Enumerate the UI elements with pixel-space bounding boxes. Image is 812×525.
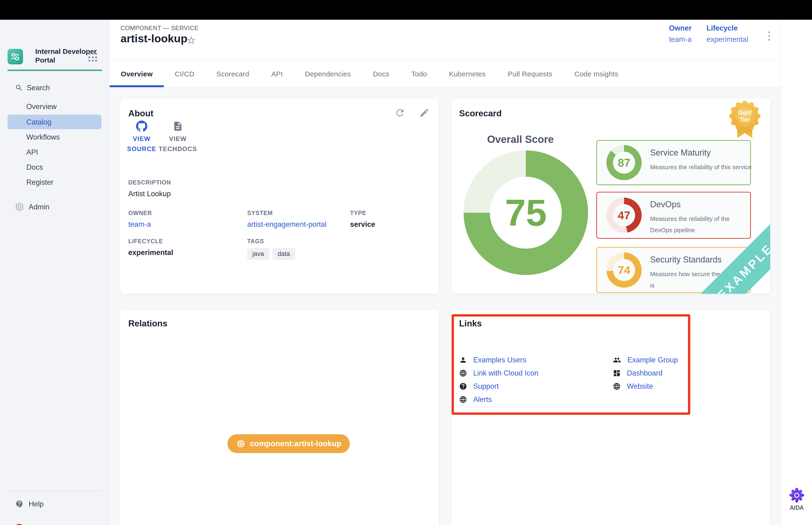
- search-icon: [15, 84, 23, 92]
- about-title: About: [128, 108, 153, 118]
- brand-title: Internal Developer Portal: [35, 47, 97, 64]
- overall-score-gauge: 75: [463, 150, 588, 275]
- sidebar-search[interactable]: Search: [15, 84, 50, 92]
- badge-line2: Tier: [739, 116, 750, 123]
- gear-icon: [15, 202, 24, 211]
- entity-kind: COMPONENT — SERVICE: [121, 25, 199, 32]
- link-dashboard[interactable]: Dashboard: [613, 369, 662, 377]
- person-icon: [459, 356, 467, 364]
- internal-developer-portal: Internal Developer Portal Search Overvie…: [0, 0, 812, 525]
- favorite-star-icon[interactable]: [186, 35, 196, 45]
- service-maturity-score: 87: [613, 152, 635, 174]
- tag-chip[interactable]: java: [247, 248, 269, 260]
- sidebar-item-workflows[interactable]: Workflows: [26, 133, 60, 141]
- view-techdocs-label: VIEW TECHDOCS: [155, 134, 200, 154]
- type-field-value: service: [350, 220, 375, 229]
- sidebar-item-admin[interactable]: Admin: [15, 202, 49, 211]
- tab-todo[interactable]: Todo: [400, 61, 438, 87]
- metric-title: Service Maturity: [650, 148, 711, 158]
- tab-dependencies[interactable]: Dependencies: [294, 61, 362, 87]
- portal-logo-icon: [10, 51, 20, 62]
- relations-card: Relations component:artist-lookup: [120, 310, 439, 525]
- avatar: DP: [14, 523, 25, 525]
- sidebar-item-overview[interactable]: Overview: [26, 103, 57, 111]
- apps-grid-icon[interactable]: [88, 53, 98, 62]
- tag-chip[interactable]: data: [273, 248, 295, 260]
- metric-service-maturity[interactable]: 87 Service Maturity Measures the reliabi…: [596, 140, 751, 185]
- security-standards-score: 74: [613, 259, 635, 281]
- scorecard-title: Scorecard: [459, 108, 502, 118]
- sidebar-item-catalog[interactable]: Catalog: [26, 118, 51, 126]
- metric-devops[interactable]: 47 DevOps Measures the reliability of th…: [596, 192, 751, 239]
- globe-icon: [459, 369, 467, 377]
- refresh-icon[interactable]: [394, 107, 405, 118]
- sidebar-item-register[interactable]: Register: [26, 178, 53, 186]
- lifecycle-field-value: experimental: [128, 249, 173, 257]
- devops-gauge: 47: [607, 198, 642, 233]
- link-with-cloud-icon[interactable]: Link with Cloud Icon: [459, 369, 538, 377]
- tab-docs[interactable]: Docs: [362, 61, 400, 87]
- lifecycle-field-label: LIFECYCLE: [128, 238, 173, 245]
- sidebar-user[interactable]: DP Debabrata Panigrahi: [14, 523, 95, 525]
- link-example-group[interactable]: Example Group: [613, 356, 678, 364]
- help-circle-icon: [459, 382, 467, 390]
- sidebar-help-label: Help: [29, 500, 44, 508]
- brand-accent-rule: [7, 70, 102, 71]
- description-value: Artist Lookup: [128, 190, 171, 198]
- assistant-label: AIDA: [784, 504, 809, 511]
- type-field-label: TYPE: [350, 210, 375, 216]
- metric-description: Measures the reliability of this service: [650, 162, 752, 173]
- overall-score-label: Overall Score: [465, 134, 576, 145]
- header-owner[interactable]: Owner team-a: [669, 24, 691, 44]
- owner-value[interactable]: team-a: [669, 35, 691, 44]
- github-icon: [136, 120, 148, 132]
- relations-node-component[interactable]: component:artist-lookup: [227, 434, 350, 453]
- devops-score: 47: [613, 204, 635, 226]
- tab-kubernetes[interactable]: Kubernetes: [438, 61, 497, 87]
- tab-cicd[interactable]: CI/CD: [164, 61, 205, 87]
- globe-icon: [459, 395, 467, 404]
- group-icon: [613, 356, 621, 364]
- entity-tabs: Overview CI/CD Scorecard API Dependencie…: [110, 61, 781, 87]
- metric-title: DevOps: [650, 199, 681, 209]
- about-card: About VIEW SOURCE VIEW TECHDOC: [120, 99, 439, 294]
- more-options-icon[interactable]: [764, 28, 774, 44]
- overall-score-value: 75: [490, 177, 562, 249]
- relations-title: Relations: [128, 319, 168, 329]
- sidebar-admin-label: Admin: [29, 203, 49, 211]
- tab-api[interactable]: API: [260, 61, 294, 87]
- sidebar-item-docs[interactable]: Docs: [26, 163, 43, 171]
- sidebar: Internal Developer Portal Search Overvie…: [0, 20, 109, 525]
- links-card: Links Examples Users Link with Cloud Ico…: [451, 310, 770, 525]
- tab-scorecard[interactable]: Scorecard: [205, 61, 260, 87]
- sidebar-item-help[interactable]: Help: [15, 500, 44, 509]
- owner-field-label: OWNER: [128, 210, 152, 216]
- link-examples-users[interactable]: Examples Users: [459, 356, 526, 364]
- edit-pencil-icon[interactable]: [419, 107, 430, 118]
- view-techdocs-button[interactable]: VIEW TECHDOCS: [155, 120, 200, 154]
- sidebar-item-api[interactable]: API: [26, 148, 38, 156]
- assistant-button[interactable]: AIDA: [784, 487, 809, 511]
- link-alerts[interactable]: Alerts: [459, 395, 492, 404]
- gold-tier-badge: Gold Tier: [729, 101, 761, 141]
- metric-description: Measures the reliability of the DevOps p…: [650, 213, 742, 236]
- lifecycle-label: Lifecycle: [706, 24, 748, 32]
- link-website[interactable]: Website: [613, 382, 653, 391]
- security-standards-gauge: 74: [607, 252, 642, 288]
- system-field-value[interactable]: artist-engagement-portal: [247, 220, 326, 229]
- badge-line1: Gold: [738, 109, 752, 116]
- scorecard-card: Scorecard: [451, 99, 770, 294]
- tab-code-insights[interactable]: Code Insights: [563, 61, 629, 87]
- page-title: artist-lookup: [121, 32, 187, 45]
- tags-field-label: TAGS: [247, 238, 295, 245]
- description-label: DESCRIPTION: [128, 179, 171, 186]
- owner-field-value[interactable]: team-a: [128, 220, 152, 229]
- app-logo[interactable]: [7, 49, 23, 64]
- links-title: Links: [459, 319, 482, 329]
- tab-overview[interactable]: Overview: [110, 61, 164, 87]
- tab-pull-requests[interactable]: Pull Requests: [497, 61, 563, 87]
- metric-title: Security Standards: [650, 255, 722, 265]
- link-support[interactable]: Support: [459, 382, 499, 391]
- globe-icon: [613, 382, 621, 390]
- header-lifecycle[interactable]: Lifecycle experimental: [706, 24, 748, 44]
